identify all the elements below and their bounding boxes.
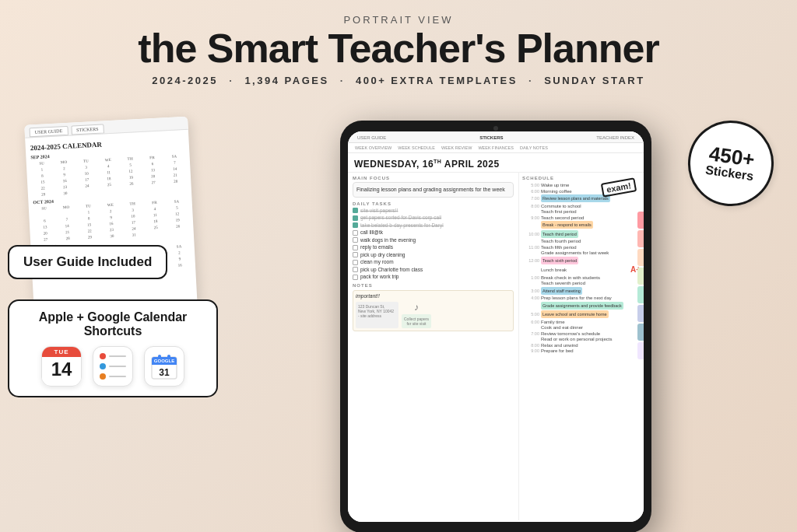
task-text-3: take belated b-day presents for Daryl: [360, 222, 444, 228]
oct-grid: SUMOTUWETHFRSA 12345 6789101112 13141516…: [33, 198, 189, 243]
tab-stickers-planner[interactable]: STICKERS: [476, 135, 506, 141]
apple-calendar-icon[interactable]: TUE 14: [41, 346, 82, 387]
task-text-10: pack for work trip: [360, 274, 399, 279]
task-text-7: pick up dry cleaning: [360, 252, 405, 257]
cal-hdr: MO: [53, 159, 75, 165]
time-3: 3:00: [522, 289, 539, 293]
cal-hdr: SU: [31, 160, 53, 166]
time-12: 12:00: [522, 258, 539, 263]
text-teach1: Teach first period: [541, 209, 641, 214]
time-9: 9:00: [522, 215, 539, 220]
task-9: pick up Charlotte from class: [353, 267, 514, 273]
bar-teach6: Teach sixth period: [541, 257, 578, 264]
address-note: 123 Duncan St,New York, NY 10042- site a…: [356, 302, 398, 328]
planner-content: MAIN FOCUS Finalizing lesson plans and g…: [348, 173, 644, 520]
notes-box: important!! 123 Duncan St,New York, NY 1…: [353, 290, 514, 331]
notes-content: 123 Duncan St,New York, NY 10042- site a…: [356, 302, 511, 328]
text-prep: Prep lesson plans for the next day: [541, 296, 641, 300]
nav-daily-notes[interactable]: DAILY NOTES: [518, 145, 550, 151]
header: PORTRAIT VIEW the Smart Teacher's Planne…: [138, 0, 658, 86]
task-10: pack for work trip: [353, 274, 514, 280]
task-6: reply to emails: [353, 244, 514, 250]
text-review-sched: Review tomorrow's schedule: [541, 331, 641, 336]
time-6: 6:00: [522, 189, 539, 194]
sched-1pm-checkin: 1:00 Break check in with students: [522, 275, 641, 280]
svg-rect-2: [152, 363, 177, 365]
nav-week-schedule[interactable]: WEEK SCHEDULE: [395, 145, 437, 151]
bar-commute-home: Leave school and commute home: [541, 310, 609, 318]
dot-2: ·: [340, 75, 345, 86]
sched-12pm-lunch: Lunch break A+: [522, 265, 641, 274]
sched-4pm-grade: Grade assignments and provide feedback: [522, 302, 641, 310]
page-wrapper: PORTRAIT VIEW the Smart Teacher's Planne…: [0, 0, 797, 532]
side-tab-4[interactable]: [637, 268, 644, 285]
tablet-device: USER GUIDE STICKERS TEACHER INDEX WEEK O…: [340, 121, 651, 532]
checkbox-5[interactable]: [353, 237, 358, 243]
side-tab-5[interactable]: [637, 286, 644, 303]
checkbox-2[interactable]: [353, 215, 358, 221]
checkbox-8[interactable]: [353, 260, 358, 265]
checkbox-4[interactable]: [353, 230, 358, 236]
checkbox-10[interactable]: [353, 275, 358, 280]
task-2: get papers sorted for Davis corp call: [353, 215, 514, 221]
main-focus-label: MAIN FOCUS: [353, 176, 514, 180]
text-bed: Prepare for bed: [541, 348, 641, 353]
red-dot: [100, 353, 106, 359]
task-4: call llll@tk: [353, 229, 514, 236]
checkbox-9[interactable]: [353, 267, 358, 272]
google-calendar-icon[interactable]: 31 GOOGLE: [144, 346, 184, 387]
main-title: the Smart Teacher's Planner: [138, 27, 658, 70]
text-grade-last: Grade assignments for last week: [541, 250, 641, 255]
reminder-row-1: [100, 353, 126, 359]
orange-dot: [100, 373, 106, 380]
bar-review: Review lesson plans and materials: [541, 194, 610, 202]
sched-6pm-family: 6:00 Family time: [522, 320, 641, 324]
subtitle-start: SUNDAY START: [544, 75, 644, 86]
reminder-line: [109, 376, 126, 377]
nav-week-review[interactable]: WEEK REVIEW: [439, 145, 474, 151]
tab-user-guide-planner[interactable]: USER GUIDE: [354, 135, 389, 141]
checkbox-6[interactable]: [353, 245, 358, 250]
shortcuts-title: Apple + Google Calendar Shortcuts: [22, 310, 204, 338]
daily-tasks-label: DAILY TASKS: [353, 201, 514, 206]
cal-hdr: SA: [163, 153, 185, 159]
side-tab-6[interactable]: [637, 305, 644, 322]
side-tab-2[interactable]: [637, 230, 644, 247]
tab-teacher-index[interactable]: TEACHER INDEX: [593, 135, 637, 141]
sched-8am-teach1: Teach first period: [522, 209, 641, 214]
task-7: pick up dry cleaning: [353, 252, 514, 258]
time-8a: 8:00: [522, 204, 539, 208]
checkbox-7[interactable]: [353, 252, 358, 257]
subtitle-year: 2024-2025: [152, 75, 218, 86]
task-text-4: call llll@tk: [360, 229, 383, 235]
text-checkin: Break check in with students: [541, 275, 641, 280]
reminders-icon[interactable]: [93, 346, 133, 387]
sched-9am-teach2: 9:00 Teach second period: [522, 215, 641, 220]
sched-8pm-relax: 8:00 Relax and unwind: [522, 343, 641, 348]
side-tab-7[interactable]: [637, 324, 644, 341]
task-text-2: get papers sorted for Davis corp call: [360, 215, 441, 220]
side-tab-1[interactable]: [637, 212, 644, 229]
reminder-row-3: [100, 373, 126, 380]
dot-1: ·: [229, 75, 233, 86]
side-tab-3[interactable]: [637, 249, 644, 266]
dot-3: ·: [528, 75, 533, 86]
nav-week-overview[interactable]: WEEK OVERVIEW: [353, 145, 394, 151]
sched-11am-teach5: 11:00 Teach fifth period: [522, 245, 641, 250]
svg-text:GOOGLE: GOOGLE: [154, 359, 174, 363]
tablet-screen: USER GUIDE STICKERS TEACHER INDEX WEEK O…: [348, 131, 644, 522]
text-personal: Read or work on personal projects: [541, 337, 641, 341]
time-4: 4:00: [522, 296, 539, 300]
svg-text:31: 31: [159, 367, 170, 378]
nav-week-finances[interactable]: WEEK FINANCES: [476, 145, 516, 151]
checkbox-1[interactable]: [353, 208, 358, 213]
shortcuts-section: Apple + Google Calendar Shortcuts TUE 14: [8, 299, 218, 397]
task-3: take belated b-day presents for Daryl: [353, 222, 514, 229]
task-text-6: reply to emails: [360, 244, 393, 250]
sched-6pm-dinner: Cook and eat dinner: [522, 325, 641, 330]
side-tab-8[interactable]: [637, 342, 644, 359]
cal-icon-day: TUE: [42, 347, 81, 357]
checkbox-3[interactable]: [353, 222, 358, 228]
planner-date-header: WEDNESDAY, 16TH APRIL 2025: [348, 153, 644, 173]
sched-9am-emails: Break - respond to emails: [522, 221, 641, 229]
